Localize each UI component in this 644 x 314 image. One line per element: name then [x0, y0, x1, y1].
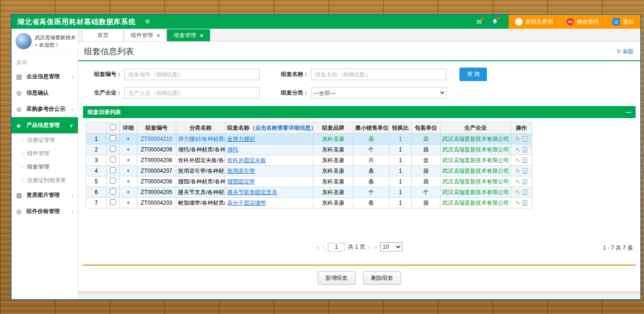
- row-checkbox[interactable]: [110, 167, 116, 173]
- document-icon[interactable]: [523, 179, 527, 184]
- set-code-input[interactable]: [124, 69, 260, 80]
- sidebar-item-ref-price[interactable]: ◎ 采购参考价公示 ‹: [12, 101, 78, 117]
- sidebar-item-info-confirm[interactable]: ◎ 信息确认: [12, 85, 78, 101]
- page-number-input[interactable]: [328, 243, 344, 251]
- edit-pencil-icon[interactable]: ✎: [516, 168, 521, 175]
- tab-component-mgmt[interactable]: 组件管理 ×: [124, 29, 167, 41]
- bottom-strip: [78, 295, 640, 299]
- set-name-link[interactable]: 高分子固定绷带: [227, 200, 266, 206]
- expand-row-link[interactable]: +: [127, 146, 130, 153]
- sidebar-item-qualification-images[interactable]: ▨ 资质图片管理 ‹: [12, 187, 78, 203]
- prev-page-button[interactable]: ‹: [323, 244, 325, 251]
- key-icon: [567, 18, 574, 25]
- expand-row-link[interactable]: +: [127, 189, 130, 195]
- tab-label: 组套管理: [174, 31, 196, 39]
- sidebar: 武汉克瑞普新技术... ● 欢迎您！ 菜单 ▤ 企业信息管理 ‹ ◎ 信息确认: [12, 29, 78, 299]
- manufacturer-input[interactable]: [124, 87, 260, 99]
- edit-pencil-icon[interactable]: ✎: [516, 136, 521, 143]
- set-brand: 东科圣康: [313, 176, 353, 187]
- collapse-panel-button[interactable]: —: [625, 109, 631, 115]
- expand-row-link[interactable]: +: [127, 200, 130, 206]
- document-icon[interactable]: [523, 200, 527, 206]
- document-icon[interactable]: [523, 189, 527, 195]
- submenu-item-set-mgmt[interactable]: ○ 组套管理: [12, 160, 78, 174]
- close-tab-icon[interactable]: ×: [157, 32, 160, 39]
- expand-row-link[interactable]: +: [127, 157, 130, 163]
- document-icon[interactable]: [523, 136, 527, 142]
- sidebar-toggle-icon[interactable]: ≡: [145, 17, 150, 26]
- row-checkbox[interactable]: [110, 135, 116, 141]
- search-button[interactable]: 查 询: [459, 68, 487, 81]
- edit-pencil-icon[interactable]: ✎: [516, 157, 521, 164]
- messages-envelope-icon[interactable]: ✉: [476, 19, 482, 25]
- sidebar-item-product-info[interactable]: ◈ 产品信息管理 ∨: [12, 117, 78, 133]
- set-name-label: 组套名称：: [273, 70, 309, 78]
- set-name-link[interactable]: 颈托: [227, 146, 238, 153]
- logout-button[interactable]: 退出: [606, 15, 640, 29]
- delete-set-button[interactable]: 删除组套: [363, 271, 401, 285]
- table-row[interactable]: 5+ZT00004206腰围/各种材质/各种规格腰围固定带东科圣康条1袋武汉克瑞…: [86, 176, 532, 187]
- content-filler: [78, 291, 640, 295]
- next-page-button[interactable]: ›: [369, 244, 370, 251]
- row-checkbox[interactable]: [110, 178, 116, 184]
- notifications-bell-icon[interactable]: [492, 19, 498, 25]
- edit-pencil-icon[interactable]: ✎: [516, 178, 521, 185]
- document-icon[interactable]: [523, 157, 527, 163]
- row-checkbox[interactable]: [110, 157, 116, 163]
- tab-set-mgmt[interactable]: 组套管理 ×: [167, 29, 210, 41]
- refresh-button[interactable]: ↻ 刷新: [617, 48, 635, 56]
- table-row[interactable]: 4+ZT00004207医用牵引带/各种材质/各医用牵引带东科圣康条1袋武汉克瑞…: [86, 166, 532, 176]
- table-row[interactable]: 7+ZT00004203树脂绷带/各种材质/各种高分子固定绷带东科圣康卷1袋武汉…: [86, 198, 532, 208]
- app-header: 湖北省高值医用耗材基础数据库系统 ≡ ✉ ← 返回主界面: [12, 15, 640, 29]
- edit-pencil-icon[interactable]: ✎: [516, 189, 521, 196]
- row-number: 3: [86, 155, 107, 166]
- sidebar-item-component-price[interactable]: ◎ 组件价格管理 ‹: [12, 203, 78, 220]
- expand-row-link[interactable]: +: [127, 178, 130, 185]
- set-name-input[interactable]: [311, 69, 446, 80]
- add-set-button[interactable]: 新增组套: [318, 271, 356, 285]
- set-name-link[interactable]: 骨科外固定夹板: [227, 157, 266, 163]
- set-name-link[interactable]: 膝关节矫形固定支具: [227, 189, 277, 195]
- set-category-select[interactable]: —全部—: [311, 87, 446, 99]
- set-name-link[interactable]: 全弹力腰封: [227, 136, 255, 142]
- submenu-item-component-mgmt[interactable]: ○ 组件管理: [12, 147, 78, 160]
- return-main-button[interactable]: ← 返回主界面: [509, 15, 560, 29]
- set-name-link[interactable]: 医用牵引带: [227, 168, 255, 174]
- row-checkbox[interactable]: [110, 188, 116, 195]
- set-brand: 东科圣康: [313, 144, 353, 155]
- sidebar-item-label: 信息确认: [26, 89, 49, 97]
- table-row[interactable]: 1+ZT00004210弹力腰封/各种材质/各种全弹力腰封东科圣康条1袋武汉克瑞…: [86, 134, 532, 144]
- row-checkbox[interactable]: [110, 146, 116, 152]
- document-icon[interactable]: [523, 147, 527, 152]
- row-number: 5: [86, 176, 107, 187]
- close-tab-icon[interactable]: ×: [200, 32, 203, 39]
- select-all-checkbox[interactable]: [110, 124, 116, 130]
- table-row[interactable]: 6+ZT00004205膝关节支具/各种材质/各膝关节矫形固定支具东科圣康个1个…: [86, 187, 532, 198]
- page-title: 组套信息列表: [84, 46, 134, 57]
- set-brand: 东科圣康: [313, 187, 353, 198]
- change-password-button[interactable]: 修改密码: [560, 15, 606, 29]
- last-page-button[interactable]: »: [374, 244, 377, 251]
- expand-row-link[interactable]: +: [127, 168, 130, 174]
- edit-pencil-icon[interactable]: ✎: [516, 200, 521, 207]
- tab-home[interactable]: 首页: [82, 29, 124, 41]
- first-page-button[interactable]: «: [316, 244, 319, 251]
- document-icon[interactable]: [523, 168, 527, 174]
- edit-pencil-icon[interactable]: ✎: [516, 146, 521, 153]
- set-name-link[interactable]: 腰围固定带: [227, 178, 255, 185]
- category-name: 弹力腰封/各种材质/各种: [176, 134, 225, 144]
- table-row[interactable]: 3+ZT00004208骨科外固定夹板/各种材质骨科外固定夹板东科圣康片1盒武汉…: [86, 155, 532, 166]
- table-row[interactable]: 2+ZT00004209颈托/各种材质/各种规格颈托东科圣康个1袋武汉克瑞普新技…: [86, 144, 532, 155]
- submenu-item-cert-expiry[interactable]: ○ 注册证到期变更: [12, 174, 78, 187]
- manufacturer-name: 武汉克瑞普新技术有限公司: [440, 166, 511, 176]
- header-actions: ✉ ← 返回主界面 修改密码: [471, 15, 640, 29]
- sidebar-item-enterprise-info[interactable]: ▤ 企业信息管理 ‹: [12, 69, 78, 85]
- user-avatar[interactable]: [15, 33, 32, 50]
- col-conversion-ratio: 转换比: [389, 122, 412, 134]
- expand-row-link[interactable]: +: [127, 136, 130, 142]
- submenu-item-label: 注册证到期变更: [27, 176, 66, 184]
- submenu-item-registration-cert[interactable]: ○ 注册证管理: [12, 133, 78, 147]
- page-size-select[interactable]: 10: [380, 242, 402, 251]
- set-brand: 东科圣康: [313, 198, 353, 208]
- row-checkbox[interactable]: [110, 199, 116, 205]
